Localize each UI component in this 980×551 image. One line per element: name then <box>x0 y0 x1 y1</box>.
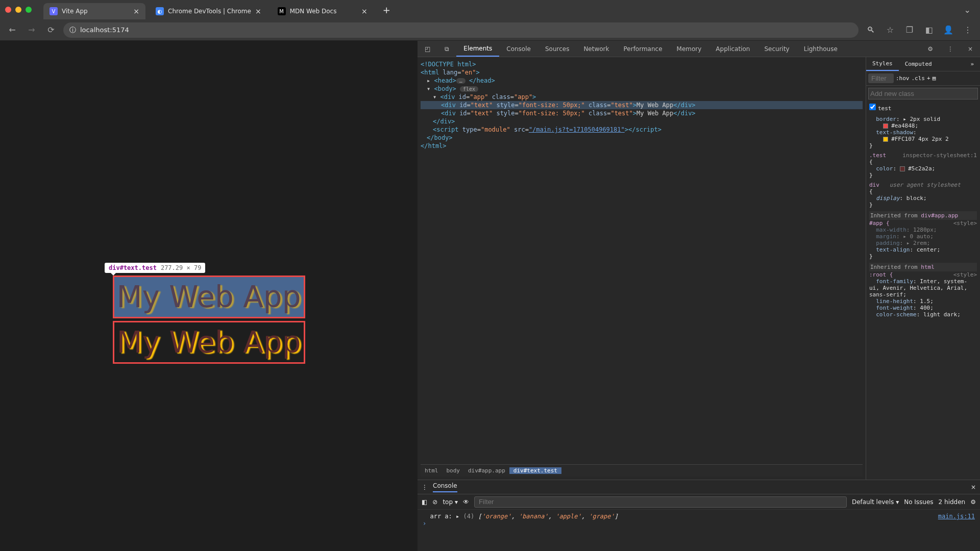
more-icon[interactable]: ⋮ <box>940 41 961 57</box>
sidepanel-icon[interactable]: ◧ <box>922 23 936 37</box>
close-icon[interactable]: × <box>971 484 976 491</box>
plus-icon[interactable]: + <box>927 75 930 82</box>
dom-node[interactable]: </body> <box>421 134 863 142</box>
dom-node[interactable]: <div id="text" style="font-size: 50px;" … <box>421 109 863 117</box>
tab-lighthouse[interactable]: Lighthouse <box>797 41 845 57</box>
window-controls <box>5 7 32 13</box>
dom-node[interactable]: </html> <box>421 142 863 150</box>
tab-title: Chrome DevTools | Chrome <box>168 8 251 15</box>
style-rule[interactable]: .test inspector-stylesheet:1 { color: #5… <box>869 152 977 179</box>
styles-filter-input[interactable] <box>868 73 894 83</box>
tab-console[interactable]: Console <box>499 41 538 57</box>
dom-node[interactable]: ▾ <body> flex <box>421 85 863 93</box>
forward-button[interactable]: → <box>24 23 39 37</box>
tab-styles[interactable]: Styles <box>866 57 899 71</box>
back-button[interactable]: ← <box>5 23 19 37</box>
menu-icon[interactable]: ⋮ <box>961 23 975 37</box>
chrome-icon: ◐ <box>156 7 164 15</box>
issues-label[interactable]: No Issues <box>904 498 933 506</box>
tab-elements[interactable]: Elements <box>456 41 499 57</box>
crumb-active[interactable]: div#text.test <box>509 467 561 474</box>
console-drawer: ⋮ Console × ◧ ⊘ top ▾ 👁 Default levels ▾… <box>418 480 980 551</box>
levels-select[interactable]: Default levels ▾ <box>852 498 899 506</box>
close-icon[interactable]: × <box>255 7 261 15</box>
console-tab[interactable]: Console <box>433 482 457 492</box>
tooltip-selector: div#text.test <box>109 264 157 271</box>
style-rule[interactable]: #app { <style> max-width: 1280px; margin… <box>869 220 977 260</box>
inspect-icon[interactable]: ◰ <box>418 41 437 57</box>
dom-node[interactable]: </div> <box>421 117 863 126</box>
eye-icon[interactable]: 👁 <box>463 498 469 506</box>
dom-node[interactable]: <html lang="en"> <box>421 68 863 77</box>
tab-computed[interactable]: Computed <box>899 57 938 71</box>
tab-title: MDN Web Docs <box>290 8 337 15</box>
url-text: localhost:5174 <box>80 26 129 34</box>
elements-tree[interactable]: <!DOCTYPE html> <html lang="en"> ▸ <head… <box>418 57 866 480</box>
console-filter-input[interactable] <box>474 496 847 508</box>
dom-node[interactable]: <script type="module" src="/main.js?t=17… <box>421 126 863 134</box>
tab-memory[interactable]: Memory <box>670 41 709 57</box>
close-icon[interactable]: × <box>361 7 368 15</box>
clear-icon[interactable]: ⊘ <box>432 498 437 506</box>
dom-node[interactable]: ▸ <head>… </head> <box>421 77 863 85</box>
close-devtools-icon[interactable]: × <box>961 41 980 57</box>
style-rule[interactable]: border: ▸ 2px solid #ea4848; text-shadow… <box>869 116 977 149</box>
tab-performance[interactable]: Performance <box>617 41 670 57</box>
highlighted-element[interactable]: My Web App <box>113 276 305 318</box>
context-select[interactable]: top ▾ <box>443 498 458 506</box>
extensions-icon[interactable]: ❐ <box>902 23 917 37</box>
bookmark-icon[interactable]: ☆ <box>883 23 897 37</box>
browser-tab[interactable]: M MDN Web Docs × <box>272 3 374 19</box>
paint-icon[interactable]: ▤ <box>933 75 936 82</box>
devtools-tabs: ◰ ⧉ Elements Console Sources Network Per… <box>418 41 980 57</box>
tooltip-dimensions: 277.29 × 79 <box>161 264 201 271</box>
close-icon[interactable]: × <box>133 7 139 15</box>
reload-button[interactable]: ⟳ <box>44 23 58 37</box>
info-icon[interactable]: ⓘ <box>69 26 76 35</box>
tab-sources[interactable]: Sources <box>538 41 576 57</box>
crumb[interactable]: html <box>421 467 443 474</box>
hidden-label[interactable]: 2 hidden <box>939 498 966 506</box>
webapp-text: My Web App <box>117 280 301 314</box>
url-input[interactable]: ⓘ localhost:5174 <box>63 22 859 38</box>
vite-icon: V <box>50 7 58 15</box>
class-checkbox[interactable]: test <box>869 105 892 112</box>
gear-icon[interactable]: ⚙ <box>920 41 940 57</box>
close-window[interactable] <box>5 7 11 13</box>
style-rule[interactable]: :root { <style> font-family: Inter, syst… <box>869 271 977 318</box>
add-class-input[interactable] <box>868 88 978 99</box>
browser-tab-active[interactable]: V Vite App × <box>43 3 145 19</box>
mdn-icon: M <box>278 7 286 15</box>
dom-node[interactable]: ▾ <div id="app" class="app"> <box>421 93 863 101</box>
browser-tab[interactable]: ◐ Chrome DevTools | Chrome × <box>150 3 267 19</box>
dom-breadcrumbs: html body div#app.app div#text.test <box>421 464 863 477</box>
dom-node[interactable]: <!DOCTYPE html> <box>421 60 863 68</box>
chevron-down-icon[interactable]: ⌄ <box>960 5 975 15</box>
search-icon[interactable]: 🔍︎ <box>864 23 878 37</box>
crumb[interactable]: body <box>443 467 464 474</box>
cls-toggle[interactable]: .cls <box>912 75 925 82</box>
minimize-window[interactable] <box>15 7 21 13</box>
webapp-element[interactable]: My Web App <box>113 321 305 364</box>
webapp-text: My Web App <box>117 325 301 360</box>
dom-node-selected[interactable]: <div id="text" style="font-size: 50px;" … <box>421 101 863 109</box>
tab-network[interactable]: Network <box>576 41 616 57</box>
source-link[interactable]: main.js:11 <box>938 513 975 520</box>
tab-security[interactable]: Security <box>757 41 796 57</box>
tab-application[interactable]: Application <box>708 41 757 57</box>
styles-panel: Styles Computed » :hov .cls + ▤ test bor… <box>866 57 980 480</box>
new-tab-button[interactable]: + <box>378 5 396 15</box>
page-viewport: div#text.test 277.29 × 79 My Web App My … <box>0 41 418 551</box>
console-output[interactable]: arr a: ▸ (4) ['orange', 'banana', 'apple… <box>418 510 980 551</box>
more-icon[interactable]: » <box>964 57 980 71</box>
address-bar: ← → ⟳ ⓘ localhost:5174 🔍︎ ☆ ❐ ◧ 👤 ⋮ <box>0 19 980 41</box>
crumb[interactable]: div#app.app <box>464 467 509 474</box>
sidebar-icon[interactable]: ◧ <box>422 498 427 506</box>
hov-toggle[interactable]: :hov <box>896 75 910 82</box>
profile-icon[interactable]: 👤 <box>941 23 955 37</box>
style-rule[interactable]: div user agent stylesheet { display: blo… <box>869 182 977 208</box>
maximize-window[interactable] <box>26 7 32 13</box>
device-icon[interactable]: ⧉ <box>437 41 456 57</box>
more-icon[interactable]: ⋮ <box>422 484 428 491</box>
gear-icon[interactable]: ⚙ <box>970 498 976 506</box>
